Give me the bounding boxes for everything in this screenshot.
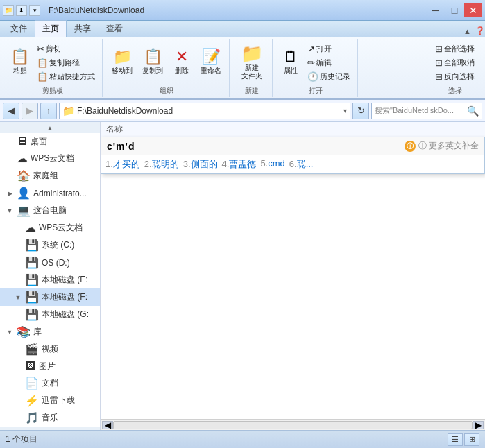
open-label: 打开	[316, 44, 332, 54]
result-num-4: 4.	[222, 159, 230, 169]
sidebar-expand-music[interactable]	[14, 414, 22, 422]
search-icon[interactable]: 🔍	[467, 105, 479, 117]
back-button[interactable]: ◀	[3, 103, 19, 119]
address-bar[interactable]: 📁 F:\BaiduNetdiskDownload ▾	[59, 103, 350, 119]
sidebar-item-systemc[interactable]: 💾 系统 (C:)	[0, 236, 100, 254]
sidebar-item-music[interactable]: 🎵 音乐	[0, 409, 100, 427]
sidebar-item-wps-cloud[interactable]: ☁ WPS云文档	[0, 150, 100, 167]
sidebar-item-administrator[interactable]: ▶ 👤 Administrato...	[0, 184, 100, 202]
sidebar-item-wps2[interactable]: ☁ WPS云文档	[0, 219, 100, 236]
select-all-button[interactable]: ⊞ 全部选择	[432, 42, 477, 55]
sidebar-expand-home[interactable]	[6, 172, 14, 180]
rename-button[interactable]: 📝 重命名	[197, 47, 225, 78]
close-button[interactable]: ✕	[464, 3, 482, 17]
properties-button[interactable]: 🗒 属性	[278, 47, 303, 78]
sidebar-expand-g[interactable]	[14, 311, 22, 319]
minimize-button[interactable]: ─	[427, 3, 445, 17]
tab-view[interactable]: 查看	[99, 20, 130, 37]
title-icon-btn-1[interactable]: 📁	[3, 5, 14, 16]
sidebar-expand-f[interactable]: ▼	[14, 293, 22, 302]
sidebar-item-video[interactable]: 🎬 视频	[0, 341, 100, 358]
sidebar-expand-locale[interactable]	[14, 276, 22, 284]
move-to-button[interactable]: 📁 移动到	[108, 47, 136, 78]
hint-label: ⓘ 更多英文补全	[418, 140, 479, 152]
scroll-right-btn[interactable]: ▶	[473, 421, 484, 429]
sidebar-scroll-up[interactable]: ▲	[0, 122, 100, 133]
history-button[interactable]: 🕐 历史记录	[305, 70, 353, 83]
autocomplete-result-6[interactable]: 6.聪...	[289, 158, 314, 171]
sidebar-thispc-label: 这台电脑	[33, 205, 67, 216]
grid-view-button[interactable]: ⊞	[464, 433, 479, 446]
sidebar-expand-d[interactable]	[14, 259, 22, 267]
sidebar-expand-pc[interactable]: ▼	[6, 207, 14, 215]
sidebar-item-library[interactable]: ▼ 📚 库	[0, 323, 100, 341]
sidebar-item-locale[interactable]: 💾 本地磁盘 (E:	[0, 271, 100, 288]
title-icon-btn-3[interactable]: ▾	[29, 5, 40, 16]
autocomplete-result-2[interactable]: 2.聪明的	[144, 158, 179, 171]
music-icon: 🎵	[25, 411, 39, 424]
paste-button[interactable]: 📋 粘贴	[7, 47, 33, 78]
sidebar-item-xunlei[interactable]: ⚡ 迅雷下载	[0, 392, 100, 409]
sidebar-item-osd[interactable]: 💾 OS (D:)	[0, 254, 100, 271]
forward-button[interactable]: ▶	[22, 103, 38, 119]
ribbon-collapse-btn[interactable]: ▲	[463, 27, 471, 35]
open-icon: ↗	[307, 44, 315, 54]
sidebar-video-label: 视频	[42, 343, 58, 355]
sidebar-expand-lib[interactable]: ▼	[6, 328, 14, 336]
invert-selection-button[interactable]: ⊟ 反向选择	[432, 70, 477, 83]
sidebar-item-localg[interactable]: 💾 本地磁盘 (G:	[0, 306, 100, 323]
refresh-button[interactable]: ↻	[352, 103, 369, 119]
delete-button[interactable]: ✕ 删除	[169, 47, 194, 78]
scroll-track[interactable]	[113, 421, 473, 429]
sidebar-localg-label: 本地磁盘 (G:	[42, 309, 89, 320]
search-bar[interactable]: 搜索"BaiduNetdiskDo... 🔍	[371, 103, 482, 119]
sidebar-expand-admin[interactable]: ▶	[6, 189, 14, 198]
deselect-all-button[interactable]: ⊡ 全部取消	[432, 56, 477, 69]
copy-button[interactable]: ✂ 剪切	[34, 42, 98, 55]
sidebar-item-document[interactable]: 📄 文档	[0, 374, 100, 392]
autocomplete-result-5[interactable]: 5.cmd	[260, 158, 284, 171]
tab-home[interactable]: 主页	[35, 20, 67, 37]
copy-to-button[interactable]: 📋 复制到	[139, 47, 167, 78]
autocomplete-result-3[interactable]: 3.侧面的	[183, 158, 218, 171]
ribbon-help-btn[interactable]: ❓	[475, 26, 485, 35]
sidebar-expand-c[interactable]	[14, 241, 22, 250]
sidebar-localf-label: 本地磁盘 (F:	[42, 291, 87, 303]
sidebar-admin-label: Administrato...	[33, 189, 87, 198]
sidebar-item-localf[interactable]: ▼ 💾 本地磁盘 (F:	[0, 288, 100, 306]
sidebar-item-picture[interactable]: 🖼 图片	[0, 358, 100, 374]
paste-shortcut-label: 粘贴快捷方式	[49, 71, 95, 82]
tab-share[interactable]: 共享	[67, 20, 99, 37]
scroll-left-btn[interactable]: ◀	[102, 421, 113, 429]
main-area: ▲ 🖥 桌面 ☁ WPS云文档 🏠 家庭组 ▶ 👤 Administrato..…	[0, 122, 485, 430]
sidebar-expand-wps2[interactable]	[14, 224, 22, 232]
list-view-button[interactable]: ☰	[448, 433, 463, 446]
autocomplete-hint[interactable]: ⓘ ⓘ 更多英文补全	[405, 140, 479, 152]
ribbon-group-clipboard: 📋 粘贴 ✂ 剪切 📋 复制路径 📋 粘贴快捷方式 剪贴板	[3, 39, 103, 97]
sidebar-expand-wps[interactable]	[6, 155, 14, 163]
sidebar-expand-video[interactable]	[14, 345, 22, 354]
new-folder-button[interactable]: 📁 新建文件夹	[237, 42, 266, 83]
title-icon-btn-2[interactable]: ⬇	[16, 5, 27, 16]
autocomplete-result-1[interactable]: 1.才买的	[105, 158, 140, 171]
horizontal-scrollbar[interactable]: ◀ ▶	[101, 419, 485, 430]
sidebar-expand-xunlei[interactable]	[14, 397, 22, 405]
sidebar-expand-doc[interactable]	[14, 379, 22, 388]
copy-path-button[interactable]: 📋 复制路径	[34, 56, 98, 69]
sidebar-expand-pic[interactable]	[14, 362, 22, 370]
edit-button[interactable]: ✏ 编辑	[305, 56, 353, 69]
sidebar-item-thispc[interactable]: ▼ 💻 这台电脑	[0, 202, 100, 219]
sidebar-item-homegroup[interactable]: 🏠 家庭组	[0, 167, 100, 184]
sidebar-expand-desktop[interactable]	[6, 137, 14, 146]
xunlei-icon: ⚡	[25, 394, 39, 407]
paste-shortcut-button[interactable]: 📋 粘贴快捷方式	[34, 70, 98, 83]
organize-content: 📁 移动到 📋 复制到 ✕ 删除 📝 重命名	[108, 40, 225, 85]
sidebar-item-desktop[interactable]: 🖥 桌面	[0, 133, 100, 150]
open-button[interactable]: ↗ 打开	[305, 42, 353, 55]
address-dropdown-icon[interactable]: ▾	[343, 107, 347, 114]
autocomplete-result-4[interactable]: 4.曹盂德	[222, 158, 257, 171]
maximize-button[interactable]: □	[445, 3, 463, 17]
sidebar-scroll-down[interactable]: ▼	[0, 427, 100, 430]
tab-file[interactable]: 文件	[3, 20, 35, 37]
up-button[interactable]: ↑	[40, 103, 57, 119]
